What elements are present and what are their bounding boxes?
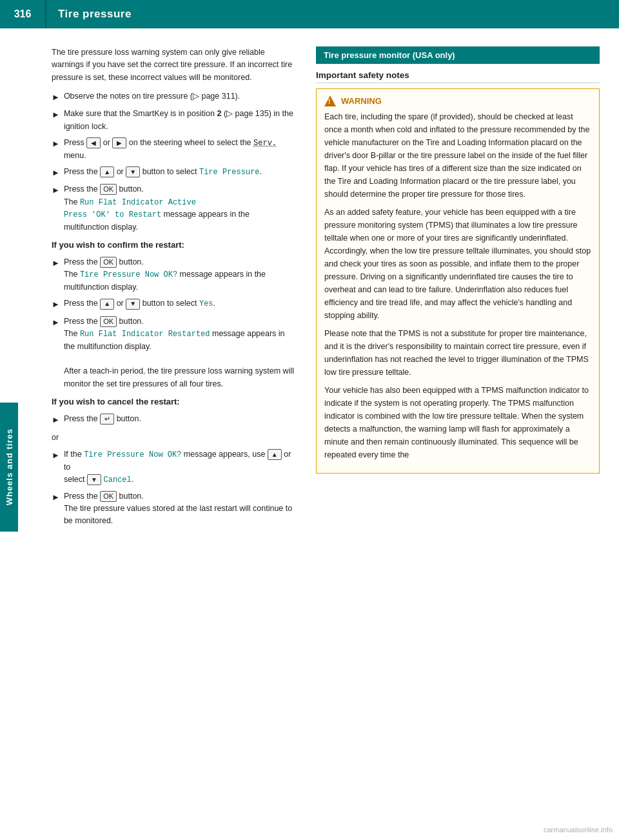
- cancel-alt-bullet-2-text: Press the OK button. The tire pressure v…: [64, 490, 297, 528]
- bullet-smartkey: ► Make sure that the SmartKey is in posi…: [52, 108, 297, 133]
- bullet-arrow-icon: ►: [52, 316, 60, 329]
- bullet-arrow-icon: ►: [52, 449, 60, 462]
- subsection-header: Important safety notes: [316, 70, 600, 83]
- bullet-arrow-icon: ►: [52, 166, 60, 179]
- key-down-3: ▼: [87, 474, 101, 485]
- cancel-bullets: ► Press the ↵ button.: [52, 413, 297, 426]
- bullet-press-ok-runflat: ► Press the OK button. The Run Flat Indi…: [52, 183, 297, 234]
- main-content: The tire pressure loss warning system ca…: [0, 28, 619, 547]
- confirm-bullets: ► Press the OK button. The Tire Pressure…: [52, 256, 297, 390]
- bullet-arrow-icon: ►: [52, 491, 60, 504]
- cancel-alt-bullet-1: ► If the Tire Pressure Now OK? message a…: [52, 448, 297, 486]
- warning-para-2: As an added safety feature, your vehicle…: [324, 206, 591, 322]
- section-header: Tire pressure monitor (USA only): [316, 46, 600, 64]
- key-up-3: ▲: [268, 449, 282, 460]
- bullet-observe-notes: ► Observe the notes on tire pressure (▷ …: [52, 90, 297, 104]
- warning-para-1: Each tire, including the spare (if provi…: [324, 110, 591, 201]
- confirm-bullet-2: ► Press the ▲ or ▼ button to select Yes.: [52, 297, 297, 311]
- cancel-bullet-1: ► Press the ↵ button.: [52, 413, 297, 426]
- key-down: ▼: [126, 166, 140, 177]
- key-ok-3: OK: [100, 316, 117, 327]
- bullet-arrow-icon: ►: [52, 184, 60, 197]
- cancel-heading: If you wish to cancel the restart:: [52, 397, 297, 406]
- confirm-bullet-1: ► Press the OK button. The Tire Pressure…: [52, 256, 297, 294]
- page-number: 316: [0, 0, 46, 28]
- key-left: ◀: [86, 137, 101, 148]
- warning-triangle-icon: !: [324, 95, 336, 106]
- key-up: ▲: [100, 166, 114, 177]
- confirm-bullet-3: ► Press the OK button. The Run Flat Indi…: [52, 315, 297, 390]
- watermark: carmanualsonline.info: [544, 826, 613, 834]
- warning-title: ! WARNING: [324, 95, 591, 106]
- key-ok-2: OK: [100, 257, 117, 268]
- cancel-bullet-1-text: Press the ↵ button.: [64, 413, 141, 425]
- key-ok-1: OK: [100, 184, 117, 195]
- confirm-bullet-1-text: Press the OK button. The Tire Pressure N…: [64, 256, 297, 294]
- key-down-2: ▼: [126, 299, 140, 310]
- intro-paragraph: The tire pressure loss warning system ca…: [52, 46, 297, 84]
- cancel-alt-bullet-2: ► Press the OK button. The tire pressure…: [52, 490, 297, 528]
- bullet-observe-text: Observe the notes on tire pressure (▷ pa…: [64, 90, 240, 103]
- bullet-press-lr-text: Press ◀ or ▶ on the steering wheel to se…: [64, 137, 297, 162]
- cancel-alt-bullet-1-text: If the Tire Pressure Now OK? message app…: [64, 448, 297, 486]
- bullet-arrow-icon: ►: [52, 108, 60, 121]
- bullet-smartkey-text: Make sure that the SmartKey is in positi…: [64, 108, 297, 133]
- bullet-arrow-icon: ►: [52, 298, 60, 311]
- bullet-arrow-icon: ►: [52, 414, 60, 426]
- header-bar: 316 Tire pressure: [0, 0, 619, 28]
- bullet-arrow-icon: ►: [52, 91, 60, 104]
- warning-para-4: Your vehicle has also been equipped with…: [324, 384, 591, 461]
- bullet-arrow-icon: ►: [52, 137, 60, 150]
- or-text: or: [52, 433, 297, 442]
- warning-para-3: Please note that the TPMS is not a subst…: [324, 327, 591, 379]
- bullet-press-ud: ► Press the ▲ or ▼ button to select Tire…: [52, 166, 297, 179]
- main-bullets: ► Observe the notes on tire pressure (▷ …: [52, 90, 297, 234]
- confirm-heading: If you wish to confirm the restart:: [52, 240, 297, 250]
- bullet-press-ok-runflat-text: Press the OK button. The Run Flat Indica…: [64, 183, 297, 234]
- warning-box: ! WARNING Each tire, including the spare…: [316, 88, 600, 474]
- bullet-press-ud-text: Press the ▲ or ▼ button to select Tire P…: [64, 166, 262, 179]
- confirm-bullet-3-text: Press the OK button. The Run Flat Indica…: [64, 315, 297, 390]
- cancel-bullets-2: ► If the Tire Pressure Now OK? message a…: [52, 448, 297, 528]
- right-column: Tire pressure monitor (USA only) Importa…: [316, 46, 600, 534]
- key-ok-4: OK: [100, 491, 117, 502]
- page-title: Tire pressure: [46, 8, 132, 21]
- bullet-arrow-icon: ►: [52, 257, 60, 270]
- key-back: ↵: [100, 414, 114, 425]
- bullet-press-lr: ► Press ◀ or ▶ on the steering wheel to …: [52, 137, 297, 162]
- key-right: ▶: [112, 137, 126, 148]
- left-column: The tire pressure loss warning system ca…: [52, 46, 297, 534]
- confirm-bullet-2-text: Press the ▲ or ▼ button to select Yes.: [64, 297, 215, 310]
- key-up-2: ▲: [100, 299, 114, 310]
